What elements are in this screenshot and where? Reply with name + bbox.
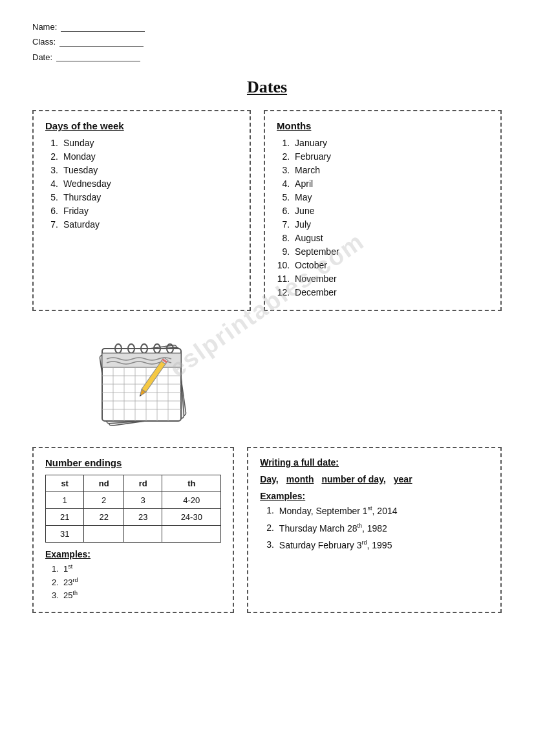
endings-table: st nd rd th 1 2 3 4-20 21 22 (45, 475, 221, 543)
endings-examples-title: Examples: (45, 549, 221, 559)
date-examples-list: 1. Monday, September 1st, 2014 2. Thursd… (260, 505, 489, 550)
list-item: 6.Friday (45, 206, 238, 216)
date-formula: Day, month number of day, year (260, 474, 489, 484)
col-th: th (162, 475, 221, 492)
list-item: 4.Wednesday (45, 178, 238, 189)
list-item: 1. 1st (52, 563, 221, 574)
date-field-line: Date: (32, 50, 502, 65)
formula-number-of-day: number of day, (321, 474, 385, 484)
name-field-line: Name: (32, 19, 502, 34)
name-underline (61, 23, 145, 32)
list-item: 5.Thursday (45, 192, 238, 202)
calendar-area (32, 324, 257, 440)
svg-rect-8 (102, 353, 181, 367)
months-title: Months (277, 120, 489, 131)
calendar-icon (86, 330, 202, 434)
date-label: Date: (32, 50, 52, 65)
col-rd: rd (124, 475, 162, 492)
months-list: 1.January 2.February 3.March 4.April 5.M… (277, 138, 489, 297)
formula-year: year (394, 474, 412, 484)
table-row: 1 2 3 4-20 (46, 492, 221, 509)
table-row: 21 22 23 24-30 (46, 509, 221, 526)
list-item: 2. 23rd (52, 577, 221, 587)
writing-full-date-title: Writing a full date: (260, 457, 489, 468)
days-box: Days of the week 1.Sunday 2.Monday 3.Tue… (32, 110, 251, 311)
endings-examples-list: 1. 1st 2. 23rd 3. 25th (45, 563, 221, 600)
list-item: 3.March (277, 165, 489, 175)
number-endings-title: Number endings (45, 457, 221, 468)
spacer-right (270, 324, 502, 440)
list-item: 6.June (277, 206, 489, 216)
page-title: Dates (32, 78, 502, 97)
header-fields: Name: Class: Date: (32, 19, 502, 65)
list-item: 2. Thursday March 28th, 1982 (266, 523, 489, 534)
table-header-row: st nd rd th (46, 475, 221, 492)
list-item: 7.Saturday (45, 219, 238, 230)
col-st: st (46, 475, 84, 492)
formula-day: Day, (260, 474, 279, 484)
days-title: Days of the week (45, 120, 238, 131)
list-item: 3.Tuesday (45, 165, 238, 175)
months-box: Months 1.January 2.February 3.March 4.Ap… (264, 110, 502, 311)
bottom-section: Number endings st nd rd th 1 2 3 4-20 (32, 447, 502, 613)
days-list: 1.Sunday 2.Monday 3.Tuesday 4.Wednesday … (45, 138, 238, 230)
col-nd: nd (84, 475, 124, 492)
formula-month: month (286, 474, 314, 484)
full-date-examples-title: Examples: (260, 491, 489, 501)
class-field-line: Class: (32, 34, 502, 49)
list-item: 4.April (277, 178, 489, 189)
list-item: 5.May (277, 192, 489, 202)
list-item: 2.February (277, 151, 489, 162)
list-item: 3. Saturday February 3rd, 1995 (266, 539, 489, 550)
middle-section (32, 324, 502, 440)
list-item: 11.November (277, 274, 489, 284)
list-item: 1.Sunday (45, 138, 238, 148)
list-item: 7.July (277, 219, 489, 230)
list-item: 3. 25th (52, 590, 221, 600)
number-endings-box: Number endings st nd rd th 1 2 3 4-20 (32, 447, 234, 613)
class-underline (59, 38, 144, 47)
date-underline (56, 52, 140, 61)
table-row: 31 (46, 526, 221, 543)
list-item: 1.January (277, 138, 489, 148)
list-item: 10.October (277, 260, 489, 270)
list-item: 8.August (277, 233, 489, 243)
name-label: Name: (32, 19, 57, 34)
class-label: Class: (32, 34, 56, 49)
writing-date-box: Writing a full date: Day, month number o… (247, 447, 502, 613)
top-section: Days of the week 1.Sunday 2.Monday 3.Tue… (32, 110, 502, 311)
list-item: 9.September (277, 246, 489, 257)
list-item: 12.December (277, 287, 489, 297)
list-item: 1. Monday, September 1st, 2014 (266, 505, 489, 516)
list-item: 2.Monday (45, 151, 238, 162)
